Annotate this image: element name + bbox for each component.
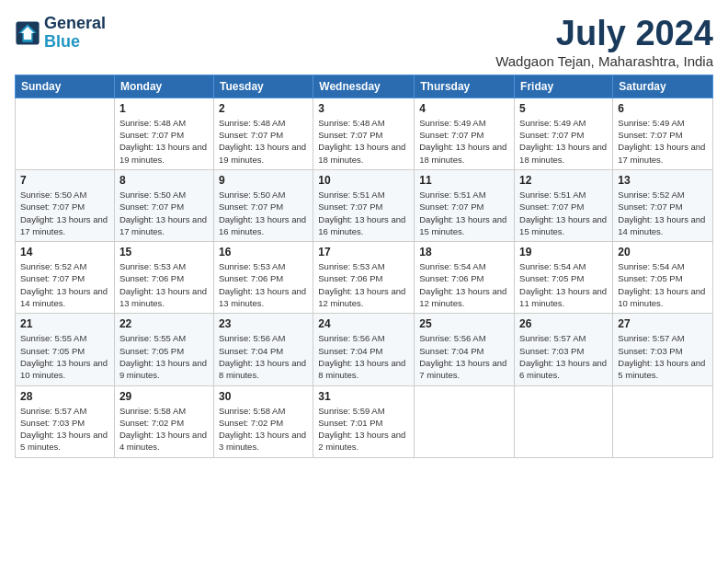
weekday-header-saturday: Saturday <box>613 75 713 98</box>
calendar-cell: 22Sunrise: 5:55 AMSunset: 7:05 PMDayligh… <box>114 314 213 385</box>
calendar-cell: 28Sunrise: 5:57 AMSunset: 7:03 PMDayligh… <box>16 385 115 457</box>
calendar-cell: 3Sunrise: 5:48 AMSunset: 7:07 PMDaylight… <box>313 98 415 169</box>
day-info: Sunrise: 5:48 AMSunset: 7:07 PMDaylight:… <box>318 117 409 166</box>
day-info: Sunrise: 5:51 AMSunset: 7:07 PMDaylight:… <box>519 189 608 237</box>
day-info: Sunrise: 5:54 AMSunset: 7:05 PMDaylight:… <box>519 260 608 309</box>
month-title: July 2024 <box>495 15 713 53</box>
day-info: Sunrise: 5:49 AMSunset: 7:07 PMDaylight:… <box>618 117 708 166</box>
day-number: 13 <box>618 174 708 187</box>
day-info: Sunrise: 5:54 AMSunset: 7:05 PMDaylight:… <box>618 260 708 309</box>
calendar-cell: 27Sunrise: 5:57 AMSunset: 7:03 PMDayligh… <box>613 314 713 385</box>
day-info: Sunrise: 5:58 AMSunset: 7:02 PMDaylight:… <box>119 405 209 454</box>
calendar-cell: 9Sunrise: 5:50 AMSunset: 7:07 PMDaylight… <box>213 169 313 241</box>
day-info: Sunrise: 5:53 AMSunset: 7:06 PMDaylight:… <box>219 260 308 309</box>
calendar-cell: 18Sunrise: 5:54 AMSunset: 7:06 PMDayligh… <box>415 242 515 314</box>
calendar-cell: 30Sunrise: 5:58 AMSunset: 7:02 PMDayligh… <box>213 385 313 457</box>
weekday-header-sunday: Sunday <box>16 75 115 98</box>
day-info: Sunrise: 5:56 AMSunset: 7:04 PMDaylight:… <box>419 332 509 381</box>
day-number: 29 <box>119 390 209 403</box>
page-container: GeneralBlue July 2024 Wadgaon Tejan, Mah… <box>15 15 713 458</box>
day-number: 12 <box>519 174 608 187</box>
day-info: Sunrise: 5:57 AMSunset: 7:03 PMDaylight:… <box>618 332 708 381</box>
calendar-cell <box>415 385 515 457</box>
day-number: 5 <box>519 102 608 115</box>
calendar-cell <box>515 385 613 457</box>
day-number: 30 <box>219 390 308 403</box>
day-number: 20 <box>618 246 708 259</box>
day-info: Sunrise: 5:55 AMSunset: 7:05 PMDaylight:… <box>119 332 209 381</box>
calendar-week-row: 28Sunrise: 5:57 AMSunset: 7:03 PMDayligh… <box>16 385 713 457</box>
day-info: Sunrise: 5:51 AMSunset: 7:07 PMDaylight:… <box>419 189 509 237</box>
header: GeneralBlue July 2024 Wadgaon Tejan, Mah… <box>15 15 713 69</box>
day-number: 3 <box>318 102 409 115</box>
calendar-cell: 4Sunrise: 5:49 AMSunset: 7:07 PMDaylight… <box>415 98 515 169</box>
day-info: Sunrise: 5:56 AMSunset: 7:04 PMDaylight:… <box>318 332 409 381</box>
day-number: 18 <box>419 246 509 259</box>
calendar-cell: 21Sunrise: 5:55 AMSunset: 7:05 PMDayligh… <box>16 314 115 385</box>
day-number: 17 <box>318 246 409 259</box>
day-info: Sunrise: 5:59 AMSunset: 7:01 PMDaylight:… <box>318 405 409 454</box>
day-number: 6 <box>618 102 708 115</box>
calendar-cell: 6Sunrise: 5:49 AMSunset: 7:07 PMDaylight… <box>613 98 713 169</box>
day-number: 11 <box>419 174 509 187</box>
day-number: 31 <box>318 390 409 403</box>
day-number: 24 <box>318 317 409 330</box>
day-number: 2 <box>219 102 308 115</box>
day-info: Sunrise: 5:56 AMSunset: 7:04 PMDaylight:… <box>219 332 308 381</box>
day-number: 8 <box>119 174 209 187</box>
day-number: 27 <box>618 317 708 330</box>
title-area: July 2024 Wadgaon Tejan, Maharashtra, In… <box>495 15 713 69</box>
day-info: Sunrise: 5:49 AMSunset: 7:07 PMDaylight:… <box>519 117 608 166</box>
logo-text: GeneralBlue <box>44 15 106 52</box>
calendar-cell: 31Sunrise: 5:59 AMSunset: 7:01 PMDayligh… <box>313 385 415 457</box>
day-info: Sunrise: 5:50 AMSunset: 7:07 PMDaylight:… <box>219 189 308 237</box>
calendar-cell: 10Sunrise: 5:51 AMSunset: 7:07 PMDayligh… <box>313 169 415 241</box>
calendar-cell: 1Sunrise: 5:48 AMSunset: 7:07 PMDaylight… <box>114 98 213 169</box>
day-info: Sunrise: 5:52 AMSunset: 7:07 PMDaylight:… <box>618 189 708 237</box>
weekday-header-monday: Monday <box>114 75 213 98</box>
calendar-week-row: 1Sunrise: 5:48 AMSunset: 7:07 PMDaylight… <box>16 98 713 169</box>
day-info: Sunrise: 5:58 AMSunset: 7:02 PMDaylight:… <box>219 405 308 454</box>
day-number: 7 <box>20 174 109 187</box>
calendar-cell: 8Sunrise: 5:50 AMSunset: 7:07 PMDaylight… <box>114 169 213 241</box>
calendar-cell: 12Sunrise: 5:51 AMSunset: 7:07 PMDayligh… <box>515 169 613 241</box>
calendar-cell <box>16 98 115 169</box>
calendar-cell: 26Sunrise: 5:57 AMSunset: 7:03 PMDayligh… <box>515 314 613 385</box>
day-info: Sunrise: 5:54 AMSunset: 7:06 PMDaylight:… <box>419 260 509 309</box>
day-info: Sunrise: 5:57 AMSunset: 7:03 PMDaylight:… <box>519 332 608 381</box>
calendar-cell: 2Sunrise: 5:48 AMSunset: 7:07 PMDaylight… <box>213 98 313 169</box>
calendar-cell: 13Sunrise: 5:52 AMSunset: 7:07 PMDayligh… <box>613 169 713 241</box>
weekday-header-friday: Friday <box>515 75 613 98</box>
calendar-week-row: 14Sunrise: 5:52 AMSunset: 7:07 PMDayligh… <box>16 242 713 314</box>
day-info: Sunrise: 5:53 AMSunset: 7:06 PMDaylight:… <box>119 260 209 309</box>
day-number: 19 <box>519 246 608 259</box>
day-info: Sunrise: 5:55 AMSunset: 7:05 PMDaylight:… <box>20 332 109 381</box>
day-number: 21 <box>20 317 109 330</box>
day-number: 25 <box>419 317 509 330</box>
weekday-header-thursday: Thursday <box>415 75 515 98</box>
calendar-cell: 15Sunrise: 5:53 AMSunset: 7:06 PMDayligh… <box>114 242 213 314</box>
weekday-header-wednesday: Wednesday <box>313 75 415 98</box>
calendar-cell: 14Sunrise: 5:52 AMSunset: 7:07 PMDayligh… <box>16 242 115 314</box>
day-number: 16 <box>219 246 308 259</box>
day-number: 26 <box>519 317 608 330</box>
day-number: 14 <box>20 246 109 259</box>
calendar-cell: 24Sunrise: 5:56 AMSunset: 7:04 PMDayligh… <box>313 314 415 385</box>
calendar-cell: 16Sunrise: 5:53 AMSunset: 7:06 PMDayligh… <box>213 242 313 314</box>
calendar-cell: 23Sunrise: 5:56 AMSunset: 7:04 PMDayligh… <box>213 314 313 385</box>
day-info: Sunrise: 5:48 AMSunset: 7:07 PMDaylight:… <box>219 117 308 166</box>
day-info: Sunrise: 5:53 AMSunset: 7:06 PMDaylight:… <box>318 260 409 309</box>
day-info: Sunrise: 5:48 AMSunset: 7:07 PMDaylight:… <box>119 117 209 166</box>
day-number: 28 <box>20 390 109 403</box>
calendar-cell: 7Sunrise: 5:50 AMSunset: 7:07 PMDaylight… <box>16 169 115 241</box>
weekday-header-tuesday: Tuesday <box>213 75 313 98</box>
day-number: 22 <box>119 317 209 330</box>
calendar-cell: 19Sunrise: 5:54 AMSunset: 7:05 PMDayligh… <box>515 242 613 314</box>
day-number: 15 <box>119 246 209 259</box>
day-number: 9 <box>219 174 308 187</box>
day-info: Sunrise: 5:51 AMSunset: 7:07 PMDaylight:… <box>318 189 409 237</box>
day-info: Sunrise: 5:57 AMSunset: 7:03 PMDaylight:… <box>20 405 109 454</box>
calendar-week-row: 21Sunrise: 5:55 AMSunset: 7:05 PMDayligh… <box>16 314 713 385</box>
calendar-week-row: 7Sunrise: 5:50 AMSunset: 7:07 PMDaylight… <box>16 169 713 241</box>
logo-icon <box>15 20 40 46</box>
